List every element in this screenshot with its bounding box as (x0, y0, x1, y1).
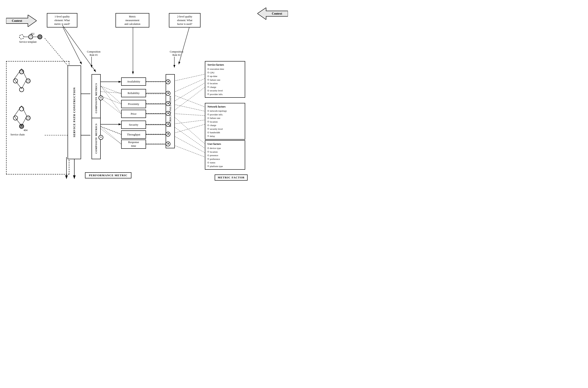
comp-rule-2: Composition Rule #2 (166, 50, 187, 57)
perf-metric-text: PERFORMANCE METRIC (89, 174, 128, 177)
sf-item-6: charge (207, 85, 243, 89)
svg-line-30 (170, 124, 205, 134)
svg-line-62 (101, 92, 121, 93)
svg-line-32 (170, 124, 205, 148)
svg-line-29 (170, 120, 205, 124)
metric-factor-text: METRIC FACTOR (218, 176, 245, 179)
nf-item-7: bandwidth (207, 131, 243, 134)
svg-line-4 (179, 26, 190, 64)
service-template-label: Service template (19, 40, 37, 44)
diagram: Context Context 1-level quality element:… (0, 0, 294, 194)
service-factors-box: Service factors execution time CPU up-ti… (205, 61, 245, 98)
annotation-2level: 2-level quality element: What factor is … (169, 13, 201, 27)
svg-line-47 (22, 79, 27, 89)
nf-item-6: security level (207, 127, 243, 131)
sf-item-3: up-time (207, 74, 243, 78)
svg-line-64 (101, 98, 121, 114)
annotation-1level: 1-level quality element: What metric is … (47, 13, 77, 27)
comp-rule-1: Composition Rule #1 (83, 50, 105, 57)
metric-response-time: Responsetime (121, 140, 146, 149)
annotation-metric-text: Metric measurement and calculation (118, 15, 147, 26)
annotation-metric-measurement: Metric measurement and calculation (115, 13, 149, 27)
svg-line-46 (14, 79, 22, 89)
svg-line-28 (170, 113, 205, 116)
bullet-circle (207, 68, 209, 70)
user-factors-title: User factors (207, 142, 243, 146)
uf-item-5: status (207, 161, 243, 165)
sf-item-2: CPU (207, 71, 243, 74)
context-arrow-right: Context (257, 8, 288, 20)
svg-line-33 (170, 134, 205, 153)
network-factors-box: Network factors network topology provide… (205, 103, 245, 140)
x-circle-4: ✕ (166, 111, 170, 116)
svg-line-23 (170, 78, 205, 94)
svg-line-13 (101, 126, 121, 134)
metric-throughput: Throughput (121, 130, 146, 139)
nf-item-3: failure rate (207, 116, 243, 120)
svg-line-22 (170, 74, 205, 82)
node-404-label: 404 (23, 129, 27, 132)
svg-line-27 (170, 104, 205, 111)
x-circle-6: ✕ (166, 132, 170, 137)
performance-metric-label: PERFORMANCE METRIC (85, 172, 131, 178)
svg-line-65 (101, 126, 121, 135)
service-path-text: SERVICE PATH CONSTRUCTION (73, 87, 76, 137)
plus-circle-2: + (98, 135, 103, 140)
svg-line-49 (22, 106, 27, 116)
svg-line-9 (101, 86, 121, 94)
metric-availabitity: Availabitity (121, 77, 146, 86)
svg-line-2 (62, 26, 82, 64)
sf-item-1: execution time (207, 67, 243, 71)
composite-metrics-1-text: COMPOSITE METRICS (95, 83, 97, 113)
nf-item-2: provider info. (207, 113, 243, 117)
svg-line-66 (101, 129, 121, 144)
svg-line-45 (22, 69, 27, 79)
annotation-2level-text: 2-level quality element: What factor is … (172, 15, 198, 26)
metric-reliability: Reliability (121, 89, 146, 97)
x-circle-2: ✕ (166, 91, 170, 96)
comp-rule-2-text: Composition Rule #2 (170, 50, 183, 56)
svg-line-11 (101, 86, 121, 113)
context-arrow-left: Context (6, 15, 37, 27)
service-factors-title: Service factors (207, 63, 243, 67)
svg-line-34 (170, 144, 205, 157)
svg-line-50 (14, 116, 22, 126)
x-circle-1: ✕ (166, 79, 170, 84)
sf-item-8: provider info. (207, 93, 243, 96)
metric-price: Price (121, 110, 146, 118)
sf-item-7: security level (207, 89, 243, 93)
nf-item-5: charge (207, 123, 243, 127)
svg-line-24 (170, 83, 205, 104)
x-circle-7: ✕ (166, 142, 170, 146)
service-path-construction: SERVICE PATH CONSTRUCTION (68, 65, 81, 159)
network-factors-title: Network factors (207, 105, 243, 109)
metric-factor-label: METRIC FACTOR (215, 174, 248, 181)
sf-item-4: failure rate (207, 78, 243, 82)
comp-rule-1-text: Composition Rule #1 (87, 50, 100, 56)
svg-text:Context: Context (272, 12, 282, 15)
metric-security: Security (121, 121, 146, 129)
x-circle-3: ✕ (166, 101, 170, 106)
annotation-1level-text: 1-level quality element: What metric is … (49, 15, 75, 26)
metric-proximity: Proximity (121, 100, 146, 108)
uf-item-6: platform type (207, 165, 243, 168)
uf-item-2: location (207, 150, 243, 154)
sf-item-5: location (207, 82, 243, 85)
svg-line-26 (170, 94, 205, 107)
svg-line-51 (22, 116, 27, 126)
svg-line-48 (14, 106, 22, 116)
svg-line-63 (101, 96, 121, 104)
svg-line-31 (170, 113, 205, 144)
service-chain-label: Service chain (10, 133, 25, 136)
svg-line-10 (101, 86, 121, 104)
composite-metrics-2-text: COMPOSITE METRICS (95, 123, 97, 154)
uf-item-4: preference (207, 157, 243, 161)
uf-item-3: presence (207, 154, 243, 157)
svg-text:Context: Context (12, 19, 22, 23)
nf-item-4: location (207, 120, 243, 124)
user-factors-box: User factors device type location presen… (205, 140, 245, 170)
plus-circle-1: + (98, 96, 103, 100)
nf-item-8: delay (207, 134, 243, 138)
svg-line-14 (101, 126, 121, 144)
x-circle-5: ✕ (166, 122, 170, 127)
